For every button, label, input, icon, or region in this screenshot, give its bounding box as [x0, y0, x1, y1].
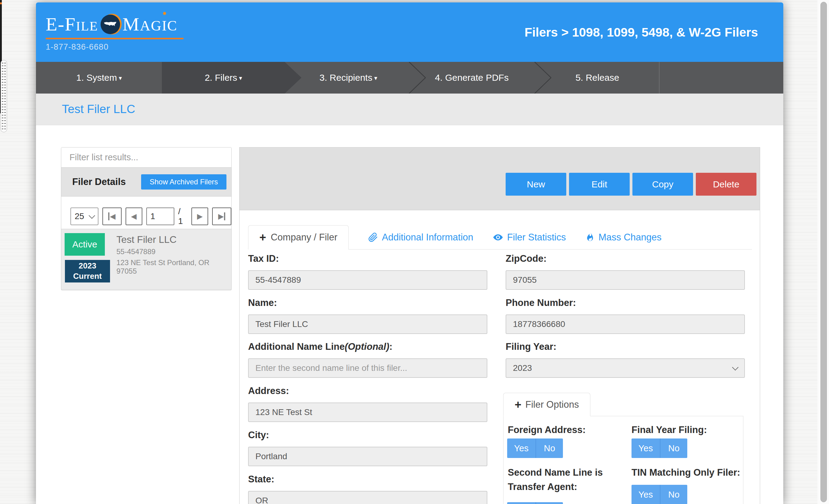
- navy-globe: [101, 14, 120, 34]
- step-navigation: 1. System▾ 2. Filers▾ 3. Recipients▾ 4. …: [36, 62, 783, 94]
- chevron-separator: [534, 62, 551, 94]
- tin-matching-no-button[interactable]: No: [660, 485, 687, 504]
- address-input[interactable]: [248, 402, 488, 422]
- filer-tax-id: 55-4547889: [116, 247, 155, 256]
- flame-icon: [585, 232, 594, 243]
- chevron-separator: [409, 62, 426, 94]
- additional-name-label: Additional Name Line(Optional):: [248, 341, 393, 352]
- browser-window: E-File MAGIC 1-877-836-6680 Filers > 109…: [36, 2, 783, 504]
- filing-year-select[interactable]: 2023: [506, 358, 745, 378]
- paperclip-icon: [368, 232, 378, 242]
- support-phone: 1-877-836-6680: [46, 42, 183, 52]
- next-page-icon: ▶: [197, 213, 203, 220]
- status-badge: Active: [65, 233, 105, 256]
- grip-dots: [2, 63, 3, 130]
- tin-matching-toggle: Yes No: [632, 485, 687, 504]
- globe-icon: [101, 14, 120, 34]
- plus-icon: +: [515, 399, 521, 410]
- copy-button[interactable]: Copy: [633, 173, 693, 195]
- tab-company-filer[interactable]: + Company / Filer: [248, 225, 349, 250]
- show-archived-filers-button[interactable]: Show Archived Filers: [141, 174, 226, 189]
- nav-item-filers[interactable]: 2. Filers▾: [205, 62, 242, 94]
- filer-address: 123 NE Test St Portland, OR 97055: [116, 258, 231, 276]
- city-input[interactable]: [248, 447, 488, 466]
- breadcrumb: Filers > 1098, 1099, 5498, & W-2G Filers: [525, 25, 758, 40]
- grip-dots: [4, 63, 6, 130]
- nav-item-recipients[interactable]: 3. Recipients▾: [319, 62, 377, 94]
- page-title: Test Filer LLC: [62, 94, 783, 124]
- caret-down-icon: ▾: [239, 75, 242, 81]
- first-page-button[interactable]: ◀: [102, 208, 121, 225]
- last-page-button[interactable]: ▶: [212, 208, 231, 225]
- nav-divider: [659, 62, 659, 94]
- logo-magic-i-dot: I: [162, 19, 167, 33]
- usa-map-icon: [104, 21, 117, 29]
- app-header: E-File MAGIC 1-877-836-6680 Filers > 109…: [36, 2, 783, 62]
- delete-button[interactable]: Delete: [696, 173, 756, 195]
- tab-additional-information[interactable]: Additional Information: [368, 225, 473, 249]
- foreign-address-toggle: Yes No: [507, 438, 563, 458]
- final-year-filing-label: Final Year Filing:: [632, 423, 707, 437]
- chevron-down-icon: [89, 212, 95, 218]
- next-page-button[interactable]: ▶: [191, 208, 208, 225]
- foreign-address-yes-button[interactable]: Yes: [507, 438, 536, 458]
- logo-wordmark: E-File MAGIC: [46, 14, 183, 34]
- tab-filer-statistics[interactable]: Filer Statistics: [493, 225, 566, 249]
- filing-year-label: Filing Year:: [506, 341, 556, 352]
- filter-input[interactable]: [61, 147, 231, 168]
- action-buttons: New Edit Copy Delete: [506, 173, 756, 195]
- tab-mass-changes[interactable]: Mass Changes: [585, 225, 662, 249]
- current-page-input[interactable]: [146, 208, 174, 225]
- nav-item-system[interactable]: 1. System▾: [76, 62, 121, 94]
- additional-name-input[interactable]: [248, 358, 488, 378]
- screen-scrollbar-track: [818, 0, 829, 504]
- tin-matching-yes-button[interactable]: Yes: [632, 485, 660, 504]
- foreign-address-label: Foreign Address:: [508, 423, 586, 437]
- page-size-select[interactable]: 25: [70, 208, 99, 225]
- edit-button[interactable]: Edit: [569, 173, 630, 195]
- zipcode-input[interactable]: [506, 270, 745, 290]
- eye-icon: [493, 232, 503, 243]
- transfer-agent-no-button[interactable]: No: [536, 502, 563, 504]
- pagination: 25 ◀ ◀ / 1 ▶ ▶: [70, 207, 231, 225]
- transfer-agent-yes-button[interactable]: Yes: [507, 502, 536, 504]
- logo-efile-text: E-File: [46, 14, 98, 34]
- tax-id-input[interactable]: [248, 270, 488, 290]
- phone-number-input[interactable]: [506, 315, 745, 334]
- zipcode-label: ZipCode:: [506, 253, 546, 264]
- filer-name: Test Filer LLC: [116, 234, 177, 245]
- phone-number-label: Phone Number:: [506, 297, 576, 309]
- previous-page-icon: ◀: [131, 213, 137, 220]
- transfer-agent-label: Second Name Line is Transfer Agent:: [508, 466, 608, 494]
- detail-tabs: + Company / Filer Additional Information…: [248, 225, 752, 250]
- caret-down-icon: ▾: [119, 75, 122, 81]
- logo-underline: [46, 38, 183, 39]
- filer-list-item[interactable]: Active 2023 Current Test Filer LLC 55-45…: [61, 229, 231, 290]
- logo-magic-m: M: [122, 14, 140, 34]
- chevron-down-icon: [732, 364, 738, 370]
- last-page-icon: [224, 212, 225, 220]
- state-input[interactable]: [248, 491, 488, 504]
- main-content: Filer Details Show Archived Filers 25 ◀ …: [36, 125, 783, 504]
- filer-details-band: Filer Details Show Archived Filers: [61, 168, 231, 196]
- final-year-no-button[interactable]: No: [660, 438, 687, 458]
- foreign-address-no-button[interactable]: No: [536, 438, 563, 458]
- city-label: City:: [248, 430, 269, 441]
- final-year-filing-toggle: Yes No: [632, 438, 687, 458]
- panel-toolbar: New Edit Copy Delete: [240, 147, 760, 210]
- screen-scrollbar-thumb[interactable]: [821, 2, 827, 502]
- filer-options-tab[interactable]: + Filer Options: [503, 393, 590, 416]
- previous-page-button[interactable]: ◀: [125, 208, 142, 225]
- edge-orange-mark: [0, 2, 2, 4]
- year-badge: 2023 Current: [65, 260, 110, 283]
- filer-options-panel: Foreign Address: Final Year Filing: Yes …: [503, 416, 743, 504]
- final-year-yes-button[interactable]: Yes: [632, 438, 660, 458]
- name-input[interactable]: [248, 315, 488, 334]
- caret-down-icon: ▾: [374, 75, 377, 81]
- new-button[interactable]: New: [506, 173, 566, 195]
- nav-item-release[interactable]: 5. Release: [575, 62, 619, 94]
- window-grip-handle[interactable]: [1, 60, 7, 132]
- tax-id-label: Tax ID:: [248, 253, 279, 264]
- app-logo[interactable]: E-File MAGIC 1-877-836-6680: [46, 14, 183, 52]
- nav-item-generate-pdfs[interactable]: 4. Generate PDFs: [435, 62, 509, 94]
